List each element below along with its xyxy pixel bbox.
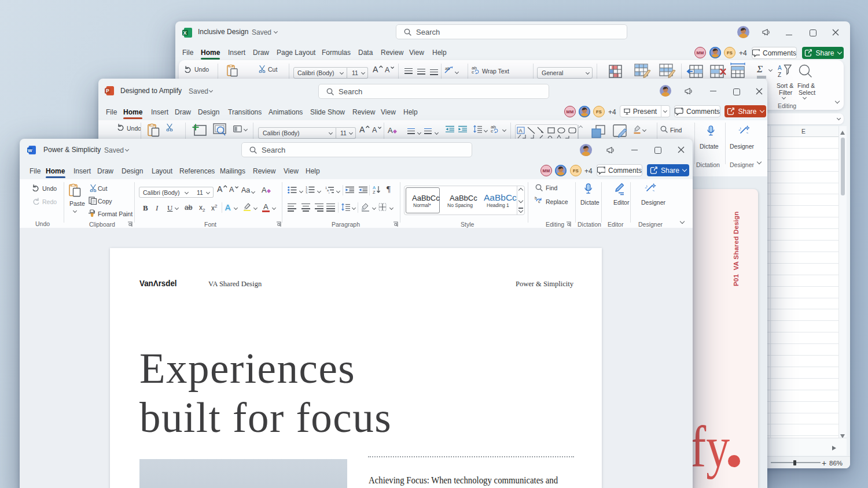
svg-text:i: i — [329, 191, 329, 194]
svg-text:Z: Z — [373, 190, 376, 194]
svg-text:3: 3 — [306, 191, 307, 194]
svg-text:A: A — [519, 128, 523, 134]
svg-text:ab: ab — [445, 66, 450, 71]
svg-text:c: c — [472, 69, 474, 74]
svg-text:c: c — [491, 128, 493, 133]
svg-text:P: P — [106, 88, 109, 94]
svg-text:Z: Z — [778, 72, 781, 78]
svg-text:W: W — [28, 148, 32, 153]
svg-text:A: A — [372, 126, 377, 134]
svg-text:A: A — [373, 65, 378, 74]
svg-text:A: A — [778, 65, 782, 71]
svg-text:A: A — [385, 66, 390, 74]
svg-text:A: A — [217, 184, 223, 194]
svg-text:A: A — [359, 125, 365, 134]
svg-text:X: X — [183, 30, 187, 36]
svg-text:A: A — [229, 186, 234, 194]
